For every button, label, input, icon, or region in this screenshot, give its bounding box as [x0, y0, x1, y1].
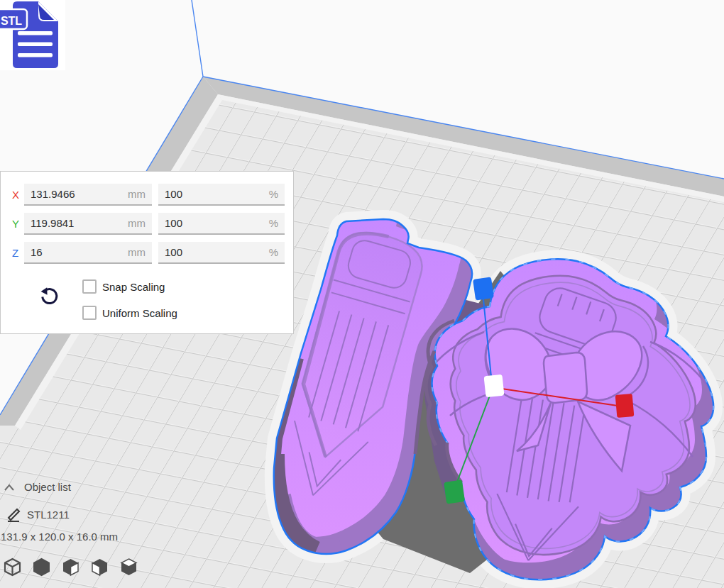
gizmo-y-handle[interactable]: [444, 479, 465, 504]
axis-label-y: Y: [12, 218, 23, 230]
scale-z-mm-unit: mm: [128, 246, 146, 258]
scale-z-percent-unit: %: [269, 246, 278, 258]
view-left-icon[interactable]: [90, 558, 109, 577]
scale-x-mm-value: 131.9466: [31, 188, 75, 200]
collapse-chevron-icon[interactable]: [4, 482, 16, 492]
stl-badge-text: STL: [1, 15, 22, 27]
uniform-scaling-label: Uniform Scaling: [102, 307, 177, 319]
scale-y-mm-field[interactable]: 119.9841 mm: [24, 213, 152, 235]
view-top-icon[interactable]: [61, 558, 80, 577]
scale-z-percent-field[interactable]: 100 %: [158, 242, 285, 264]
model-dimensions-label: 131.9 x 120.0 x 16.0 mm: [1, 531, 118, 543]
scale-z-mm-value: 16: [31, 246, 43, 258]
edit-pencil-icon: [6, 506, 23, 523]
model-name-label[interactable]: STL1211: [27, 509, 70, 521]
snap-scaling-checkbox[interactable]: [82, 279, 97, 294]
axis-label-z: Z: [12, 247, 23, 259]
scale-tool-panel: X Y Z 131.9466 mm 100 % 119.9841 mm 100 …: [0, 171, 294, 334]
gizmo-center-handle[interactable]: [484, 375, 505, 398]
stl-document-fold-flap: [38, 4, 54, 20]
uniform-scaling-checkbox[interactable]: [82, 306, 97, 320]
scale-x-percent-field[interactable]: 100 %: [158, 184, 285, 206]
view-3d-icon[interactable]: [3, 558, 22, 577]
reset-scale-button[interactable]: [38, 287, 59, 309]
scale-x-mm-unit: mm: [128, 188, 146, 200]
view-right-icon[interactable]: [119, 558, 138, 577]
snap-scaling-label: Snap Scaling: [102, 281, 165, 293]
scale-x-percent-value: 100: [165, 188, 182, 200]
scale-y-percent-field[interactable]: 100 %: [158, 213, 285, 235]
stl-file-icon[interactable]: STL: [0, 0, 65, 70]
scale-y-percent-unit: %: [269, 217, 278, 229]
scale-y-mm-value: 119.9841: [31, 217, 74, 229]
axis-label-x: X: [12, 189, 23, 201]
scale-y-mm-unit: mm: [128, 217, 146, 229]
view-front-icon[interactable]: [32, 558, 51, 577]
scale-z-mm-field[interactable]: 16 mm: [24, 242, 152, 264]
scale-x-percent-unit: %: [269, 188, 278, 200]
scale-y-percent-value: 100: [165, 217, 182, 229]
gizmo-x-handle[interactable]: [615, 394, 635, 418]
scale-z-percent-value: 100: [165, 246, 182, 258]
camera-view-presets: [3, 558, 138, 577]
gizmo-z-handle[interactable]: [473, 277, 494, 300]
scale-x-mm-field[interactable]: 131.9466 mm: [24, 184, 152, 206]
object-list-label[interactable]: Object list: [24, 481, 71, 493]
